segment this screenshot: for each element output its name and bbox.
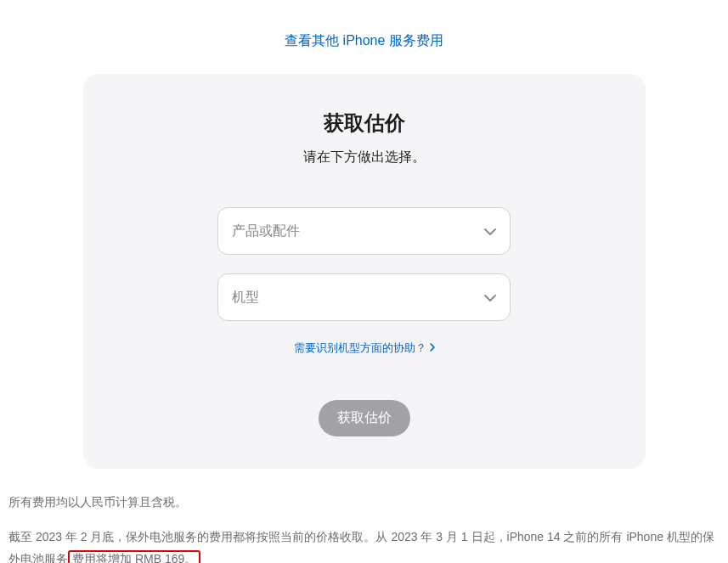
product-select[interactable]: 产品或配件 [217,207,511,255]
help-link-container: 需要识别机型方面的协助？ [117,340,612,356]
model-select-wrapper: 机型 [217,273,511,321]
chevron-right-icon [430,343,435,353]
view-other-services-link[interactable]: 查看其他 iPhone 服务费用 [285,33,443,48]
chevron-down-icon [484,223,496,239]
identify-model-help-link[interactable]: 需要识别机型方面的协助？ [294,341,435,356]
model-select-placeholder: 机型 [232,289,259,307]
card-subtitle: 请在下方做出选择。 [117,149,612,166]
top-link-container: 查看其他 iPhone 服务费用 [0,0,728,74]
highlighted-text: 费用将增加 RMB 169。 [68,550,200,563]
note-line-2: 截至 2023 年 2 月底，保外电池服务的费用都将按照当前的价格收取。从 20… [8,526,720,563]
chevron-down-icon [484,290,496,305]
product-select-wrapper: 产品或配件 [217,207,511,255]
get-estimate-button[interactable]: 获取估价 [319,400,410,436]
estimate-card: 获取估价 请在下方做出选择。 产品或配件 机型 需要识别机型方面的协助？ [83,74,646,469]
notes-section: 所有费用均以人民币计算且含税。 截至 2023 年 2 月底，保外电池服务的费用… [0,469,728,563]
model-select[interactable]: 机型 [217,273,511,321]
help-link-label: 需要识别机型方面的协助？ [294,341,426,356]
card-title: 获取估价 [117,110,612,137]
note-line-1: 所有费用均以人民币计算且含税。 [8,491,720,514]
product-select-placeholder: 产品或配件 [232,222,300,240]
